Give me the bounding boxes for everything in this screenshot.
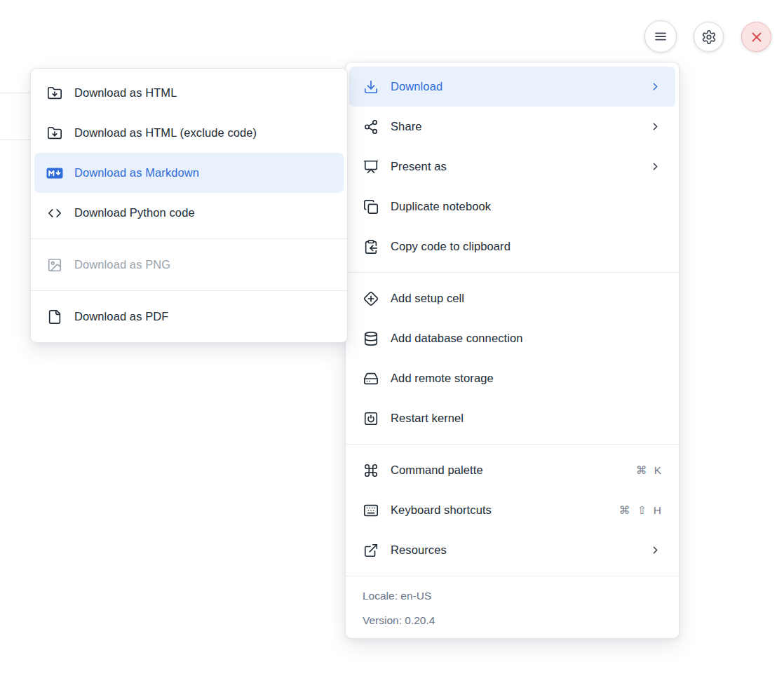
command-icon bbox=[363, 462, 379, 479]
menu-item-download[interactable]: Download bbox=[349, 67, 675, 107]
menu-item-copy-code[interactable]: Copy code to clipboard bbox=[349, 226, 675, 266]
chevron-right-icon bbox=[649, 544, 661, 556]
settings-button[interactable] bbox=[694, 22, 724, 52]
code-icon bbox=[46, 205, 63, 222]
menu-item-duplicate-notebook[interactable]: Duplicate notebook bbox=[349, 187, 675, 226]
locale-text: Locale: en-US bbox=[346, 583, 679, 608]
shutdown-button[interactable] bbox=[741, 22, 771, 52]
page-divider-line bbox=[0, 140, 30, 140]
menu-item-command-palette[interactable]: Command palette ⌘ K bbox=[349, 450, 675, 490]
menu-item-label: Duplicate notebook bbox=[391, 200, 661, 213]
menu-item-label: Command palette bbox=[391, 464, 625, 477]
menu-separator bbox=[346, 444, 679, 445]
menu-item-present-as[interactable]: Present as bbox=[349, 147, 675, 187]
menu-item-download-as-pdf[interactable]: Download as PDF bbox=[34, 297, 344, 337]
menu-item-label: Keyboard shortcuts bbox=[391, 503, 608, 517]
menu-item-add-remote-storage[interactable]: Add remote storage bbox=[349, 358, 675, 398]
menu-item-label: Present as bbox=[391, 160, 638, 173]
database-icon bbox=[363, 330, 379, 347]
file-icon bbox=[46, 309, 63, 325]
chevron-right-icon bbox=[649, 161, 661, 172]
gear-icon bbox=[701, 29, 717, 45]
menu-item-label: Download bbox=[391, 80, 638, 93]
menu-separator bbox=[31, 290, 347, 291]
shortcut-hint: ⌘ ⇧ H bbox=[619, 504, 661, 517]
menu-item-label: Share bbox=[391, 120, 638, 133]
menu-item-label: Add setup cell bbox=[391, 292, 661, 305]
menu-separator bbox=[31, 238, 347, 239]
markdown-icon bbox=[46, 165, 63, 182]
menu-footer: Locale: en-US Version: 0.20.4 bbox=[346, 576, 679, 638]
menu-item-label: Resources bbox=[391, 543, 638, 557]
download-submenu: Download as HTML Download as HTML (exclu… bbox=[30, 68, 348, 343]
menu-item-keyboard-shortcuts[interactable]: Keyboard shortcuts ⌘ ⇧ H bbox=[349, 490, 675, 530]
menu-item-label: Download as Markdown bbox=[74, 166, 330, 180]
page-divider-line bbox=[0, 93, 30, 93]
hard-drive-icon bbox=[363, 370, 379, 387]
chevron-right-icon bbox=[649, 81, 661, 93]
folder-down-icon bbox=[46, 125, 63, 142]
menu-item-restart-kernel[interactable]: Restart kernel bbox=[349, 398, 675, 438]
square-power-icon bbox=[363, 410, 379, 427]
menu-item-label: Download as PNG bbox=[74, 258, 330, 271]
image-icon bbox=[46, 257, 63, 273]
duplicate-icon bbox=[363, 198, 379, 215]
clipboard-copy-icon bbox=[363, 238, 379, 255]
menu-item-label: Download as PDF bbox=[74, 310, 330, 323]
close-icon bbox=[749, 29, 764, 45]
menu-item-download-as-html[interactable]: Download as HTML bbox=[34, 73, 344, 113]
menu-item-label: Add remote storage bbox=[391, 372, 661, 385]
download-icon bbox=[363, 79, 379, 95]
shortcut-hint: ⌘ K bbox=[636, 464, 661, 477]
keyboard-icon bbox=[363, 502, 379, 519]
notebook-page: Download Share Present as bbox=[0, 0, 784, 690]
menu-item-label: Download as HTML bbox=[74, 86, 330, 100]
menu-item-label: Restart kernel bbox=[391, 412, 661, 425]
menu-item-share[interactable]: Share bbox=[349, 107, 675, 147]
presentation-icon bbox=[363, 158, 379, 175]
menu-item-download-as-html-exclude-code[interactable]: Download as HTML (exclude code) bbox=[34, 113, 344, 153]
chevron-right-icon bbox=[649, 121, 661, 133]
menu-item-resources[interactable]: Resources bbox=[349, 530, 675, 570]
menu-item-label: Download Python code bbox=[74, 206, 330, 219]
menu-item-download-as-markdown[interactable]: Download as Markdown bbox=[34, 153, 344, 193]
notebook-actions-menu: Download Share Present as bbox=[345, 62, 680, 639]
menu-item-label: Add database connection bbox=[391, 332, 661, 345]
menu-separator bbox=[346, 272, 679, 273]
menu-item-download-as-png: Download as PNG bbox=[34, 245, 344, 285]
menu-item-add-setup-cell[interactable]: Add setup cell bbox=[349, 278, 675, 318]
hamburger-icon bbox=[653, 29, 668, 44]
menu-item-label: Download as HTML (exclude code) bbox=[74, 126, 330, 140]
external-link-icon bbox=[363, 542, 379, 559]
folder-down-icon bbox=[46, 85, 63, 102]
share-icon bbox=[363, 119, 379, 135]
menu-item-download-python-code[interactable]: Download Python code bbox=[34, 193, 344, 233]
notebook-menu-button[interactable] bbox=[644, 20, 677, 53]
diamond-plus-icon bbox=[363, 290, 379, 307]
menu-item-add-database-connection[interactable]: Add database connection bbox=[349, 318, 675, 358]
version-text: Version: 0.20.4 bbox=[346, 608, 679, 632]
menu-item-label: Copy code to clipboard bbox=[391, 240, 661, 253]
